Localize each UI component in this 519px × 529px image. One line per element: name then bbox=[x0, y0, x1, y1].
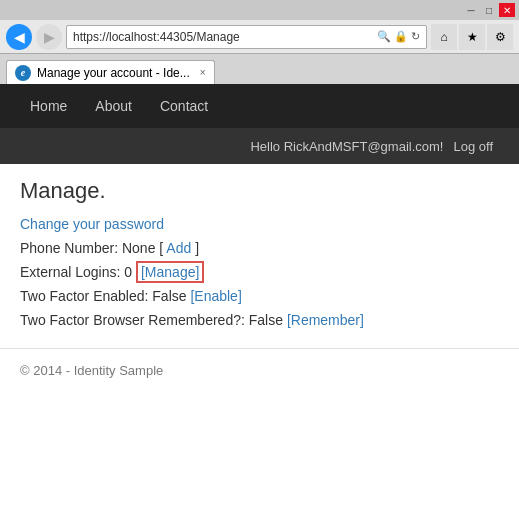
two-factor-browser-label: Two Factor Browser Remembered?: bbox=[20, 312, 245, 328]
tab-title: Manage your account - Ide... bbox=[37, 66, 190, 80]
phone-number-value: None bbox=[122, 240, 155, 256]
two-factor-label: Two Factor Enabled: bbox=[20, 288, 148, 304]
lock-icon: 🔒 bbox=[394, 30, 408, 43]
nav-menu: Home About Contact bbox=[0, 84, 519, 128]
url-box[interactable]: https://localhost:44305/Manage 🔍 🔒 ↻ bbox=[66, 25, 427, 49]
search-icon: 🔍 bbox=[377, 30, 391, 43]
phone-number-row: Phone Number: None [ Add ] bbox=[20, 240, 499, 256]
manage-logins-link[interactable]: [Manage] bbox=[141, 264, 199, 280]
external-logins-row: External Logins: 0 [Manage] bbox=[20, 264, 499, 280]
user-greeting: Hello RickAndMSFT@gmail.com! bbox=[250, 139, 443, 154]
tab-close-button[interactable]: × bbox=[200, 67, 206, 78]
minimize-button[interactable]: ─ bbox=[463, 3, 479, 17]
two-factor-browser-row: Two Factor Browser Remembered?: False [R… bbox=[20, 312, 499, 328]
change-password-row: Change your password bbox=[20, 216, 499, 232]
url-icons: 🔍 🔒 ↻ bbox=[377, 30, 420, 43]
user-bar: Hello RickAndMSFT@gmail.com! Log off bbox=[0, 128, 519, 164]
home-button[interactable]: ⌂ bbox=[431, 24, 457, 50]
address-bar: ◀ ▶ https://localhost:44305/Manage 🔍 🔒 ↻… bbox=[0, 20, 519, 54]
phone-number-label: Phone Number: bbox=[20, 240, 118, 256]
nav-contact[interactable]: Contact bbox=[146, 88, 222, 124]
browser-icons: ⌂ ★ ⚙ bbox=[431, 24, 513, 50]
forward-button[interactable]: ▶ bbox=[36, 24, 62, 50]
main-content: Manage. Change your password Phone Numbe… bbox=[0, 164, 519, 328]
remember-browser-link[interactable]: [Remember] bbox=[287, 312, 364, 328]
nav-about[interactable]: About bbox=[81, 88, 146, 124]
two-factor-row: Two Factor Enabled: False [Enable] bbox=[20, 288, 499, 304]
close-button[interactable]: ✕ bbox=[499, 3, 515, 17]
footer: © 2014 - Identity Sample bbox=[0, 348, 519, 392]
maximize-button[interactable]: □ bbox=[481, 3, 497, 17]
enable-two-factor-link[interactable]: [Enable] bbox=[190, 288, 241, 304]
two-factor-browser-value: False bbox=[249, 312, 283, 328]
favorites-button[interactable]: ★ bbox=[459, 24, 485, 50]
url-text: https://localhost:44305/Manage bbox=[73, 30, 377, 44]
active-tab[interactable]: e Manage your account - Ide... × bbox=[6, 60, 215, 84]
tab-bar: e Manage your account - Ide... × bbox=[0, 54, 519, 84]
nav-home[interactable]: Home bbox=[16, 88, 81, 124]
two-factor-value: False bbox=[152, 288, 186, 304]
external-logins-label: External Logins: bbox=[20, 264, 120, 280]
add-phone-link[interactable]: Add bbox=[166, 240, 191, 256]
settings-button[interactable]: ⚙ bbox=[487, 24, 513, 50]
title-bar: ─ □ ✕ bbox=[0, 0, 519, 20]
external-logins-count: 0 bbox=[124, 264, 132, 280]
back-button[interactable]: ◀ bbox=[6, 24, 32, 50]
phone-bracket-close: ] bbox=[195, 240, 199, 256]
change-password-link[interactable]: Change your password bbox=[20, 216, 164, 232]
manage-box: [Manage] bbox=[136, 261, 204, 283]
tab-favicon: e bbox=[15, 65, 31, 81]
logoff-link[interactable]: Log off bbox=[443, 131, 503, 162]
footer-text: © 2014 - Identity Sample bbox=[20, 363, 163, 378]
refresh-icon[interactable]: ↻ bbox=[411, 30, 420, 43]
page-title: Manage. bbox=[20, 178, 499, 204]
